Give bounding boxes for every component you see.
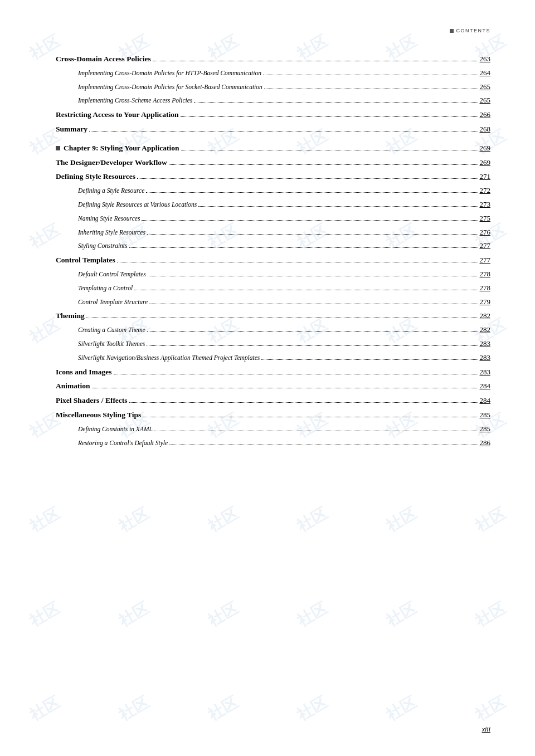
toc-entry-text: Control Templates [56, 254, 115, 266]
toc-entry-text: Restricting Access to Your Application [56, 109, 179, 121]
toc-dots [153, 61, 478, 61]
toc-entry-designer-workflow: The Designer/Developer Workflow 269 [56, 157, 490, 169]
toc-entry-text: Defining Constants in XAML [56, 424, 153, 434]
toc-entry-styling-constraints: Styling Constraints 277 [56, 240, 490, 252]
toc-entry-text: Templating a Control [56, 283, 133, 293]
toc-dots [147, 234, 478, 235]
toc-dots [143, 417, 478, 417]
toc-dots [181, 116, 478, 117]
toc-entry-text: Silverlight Toolkit Themes [56, 339, 145, 349]
toc-entry-control-template-structure: Control Template Structure 279 [56, 296, 490, 308]
toc-page-num: 283 [480, 352, 491, 364]
page-header: CONTENTS [56, 28, 490, 36]
toc-entry-text: Defining a Style Resource [56, 186, 144, 196]
toc-page-num: 285 [480, 423, 491, 435]
toc-entry-templating-control: Templating a Control 278 [56, 282, 490, 294]
toc-entry-text: Cross-Domain Access Policies [56, 53, 151, 65]
toc-page-num: 278 [480, 282, 491, 294]
toc-entry-defining-style-at-locations: Defining Style Resources at Various Loca… [56, 199, 490, 211]
table-of-contents: Cross-Domain Access Policies 263 Impleme… [56, 53, 490, 448]
toc-dots [92, 388, 478, 388]
toc-page-num: 284 [480, 381, 491, 392]
toc-entry-text: Restoring a Control's Default Style [56, 438, 168, 448]
toc-entry-cross-scheme: Implementing Cross-Scheme Access Policie… [56, 95, 490, 106]
toc-dots [129, 247, 478, 248]
toc-dots [134, 290, 478, 290]
toc-page-num: 279 [480, 296, 491, 308]
toc-dots [169, 164, 478, 165]
toc-page-num: 265 [480, 95, 491, 106]
toc-dots [181, 150, 478, 150]
toc-page-num: 285 [480, 409, 491, 421]
toc-page-num: 269 [480, 157, 491, 169]
toc-entry-text: Icons and Images [56, 366, 112, 378]
toc-entry-text: Defining Style Resources at Various Loca… [56, 199, 197, 209]
toc-dots [169, 445, 478, 445]
toc-entry-default-control-templates: Default Control Templates 278 [56, 269, 490, 280]
toc-dots [129, 402, 478, 403]
toc-dots [198, 206, 478, 207]
toc-page-num: 283 [480, 338, 491, 350]
toc-entry-defining-style-resources: Defining Style Resources 271 [56, 170, 490, 183]
toc-entry-text: Silverlight Navigation/Business Applicat… [56, 353, 260, 363]
toc-dots [261, 359, 478, 360]
toc-page-num: 268 [480, 124, 491, 135]
toc-page-num: 275 [480, 213, 491, 225]
toc-dots [142, 220, 478, 221]
toc-entry-naming-style-resources: Naming Style Resources 275 [56, 213, 490, 225]
toc-page-num: 272 [480, 185, 491, 197]
toc-page-num: 282 [480, 324, 491, 336]
toc-page-num: 282 [480, 310, 491, 322]
toc-entry-theming: Theming 282 [56, 310, 490, 322]
toc-entry-text: Default Control Templates [56, 269, 146, 279]
toc-entry-text: Pixel Shaders / Effects [56, 394, 128, 407]
toc-entry-defining-constants: Defining Constants in XAML 285 [56, 423, 490, 435]
toc-entry-animation: Animation 284 [56, 380, 490, 392]
toc-entry-text: Defining Style Resources [56, 170, 135, 183]
toc-entry-summary: Summary 268 [56, 123, 490, 135]
toc-entry-text: Theming [56, 310, 85, 322]
toc-dots [147, 345, 478, 346]
page-content: CONTENTS Cross-Domain Access Policies 26… [0, 0, 535, 484]
header-label: CONTENTS [456, 28, 491, 33]
chapter-square-icon [56, 146, 60, 150]
toc-entry-socket-cross-domain: Implementing Cross-Domain Policies for S… [56, 81, 490, 93]
toc-entry-text: Implementing Cross-Domain Policies for H… [56, 68, 261, 78]
toc-entry-inheriting-style-resources: Inheriting Style Resources 276 [56, 227, 490, 238]
toc-page-num: 263 [480, 53, 491, 65]
toc-chapter-9: Chapter 9: Styling Your Application 269 [56, 142, 490, 154]
toc-entry-restricting-access: Restricting Access to Your Application 2… [56, 109, 490, 121]
toc-page-num: 277 [480, 255, 491, 266]
toc-dots [194, 102, 478, 103]
toc-entry-text: Control Template Structure [56, 297, 148, 307]
footer-page-num: xiii [482, 725, 490, 733]
toc-dots [86, 318, 478, 318]
toc-entry-text: Implementing Cross-Scheme Access Policie… [56, 95, 192, 105]
toc-dots [89, 131, 478, 131]
toc-dots [148, 276, 478, 276]
toc-dots [147, 331, 478, 332]
toc-page-num: 269 [480, 143, 491, 154]
toc-entry-restoring-default-style: Restoring a Control's Default Style 286 [56, 437, 490, 449]
toc-dots [149, 304, 478, 304]
toc-page-num: 271 [480, 171, 491, 183]
toc-page-num: 264 [480, 67, 491, 79]
toc-page-num: 273 [480, 199, 491, 211]
toc-entry-text: Styling Constraints [56, 241, 128, 251]
toc-entry-pixel-shaders: Pixel Shaders / Effects 284 [56, 394, 490, 407]
toc-entry-text: Implementing Cross-Domain Policies for S… [56, 82, 262, 92]
toc-page-num: 276 [480, 227, 491, 238]
toc-dots [263, 75, 478, 75]
header-square-icon [450, 29, 454, 33]
toc-dots [264, 89, 478, 89]
toc-entry-http-cross-domain: Implementing Cross-Domain Policies for H… [56, 67, 490, 79]
toc-chapter-text: Chapter 9: Styling Your Application [56, 142, 179, 154]
toc-dots [114, 374, 478, 374]
toc-page-num: 265 [480, 81, 491, 93]
toc-entry-custom-theme: Creating a Custom Theme 282 [56, 324, 490, 336]
toc-page-num: 266 [480, 109, 491, 121]
toc-page-num: 283 [480, 367, 491, 378]
toc-entry-text: The Designer/Developer Workflow [56, 157, 167, 169]
toc-dots [117, 262, 478, 262]
toc-entry-silverlight-navigation-themes: Silverlight Navigation/Business Applicat… [56, 352, 490, 364]
